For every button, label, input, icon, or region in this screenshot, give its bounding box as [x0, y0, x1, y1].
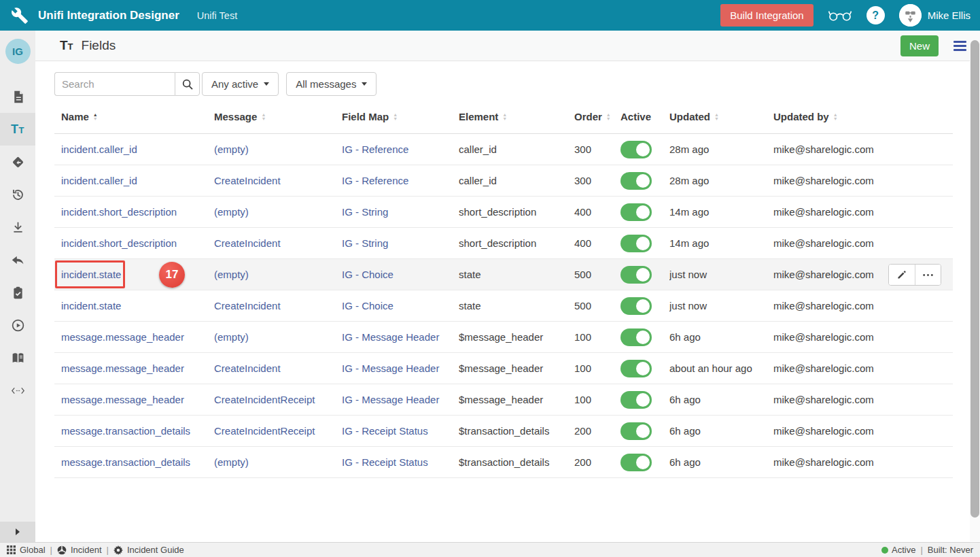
- message-link[interactable]: (empty): [214, 269, 249, 280]
- active-toggle[interactable]: [620, 422, 652, 440]
- message-link[interactable]: (empty): [214, 206, 249, 218]
- sidebar-item-documentation[interactable]: [0, 341, 35, 374]
- sort-carets-icon: ▲▼: [833, 113, 838, 121]
- sort-carets-icon: ▲▼: [502, 113, 507, 121]
- field-map-link[interactable]: IG - Message Header: [342, 331, 439, 343]
- field-name-link[interactable]: incident.short_description: [61, 237, 177, 249]
- sidebar-item-history[interactable]: [0, 178, 35, 211]
- field-map-link[interactable]: IG - Choice: [342, 300, 393, 311]
- sidebar-item-responses[interactable]: [0, 243, 35, 276]
- active-toggle[interactable]: [620, 391, 652, 409]
- field-map-link[interactable]: IG - Receipt Status: [342, 456, 428, 468]
- new-button[interactable]: New: [900, 35, 939, 56]
- column-header-element[interactable]: Element▲▼: [459, 111, 574, 122]
- more-actions-button[interactable]: [915, 265, 941, 285]
- user-menu[interactable]: Mike Ellis: [899, 4, 970, 27]
- list-menu-icon[interactable]: [953, 41, 966, 51]
- message-link[interactable]: CreateIncident: [214, 300, 281, 311]
- active-toggle[interactable]: [620, 297, 652, 315]
- preview-glasses-icon[interactable]: [828, 8, 852, 23]
- cell-message: CreateIncident: [214, 237, 342, 249]
- sidebar-item-fields[interactable]: Tt: [0, 113, 35, 146]
- message-link[interactable]: CreateIncident: [214, 175, 281, 186]
- active-toggle[interactable]: [620, 235, 652, 252]
- message-link[interactable]: CreateIncident: [214, 362, 281, 374]
- message-link[interactable]: CreateIncidentReceipt: [214, 425, 315, 437]
- field-map-link[interactable]: IG - String: [342, 206, 388, 218]
- cell-updated-by: mike@sharelogic.com: [773, 300, 953, 311]
- sidebar-item-scripts[interactable]: [0, 374, 35, 407]
- column-label: Active: [620, 111, 651, 122]
- field-name-link[interactable]: message.message_header: [61, 394, 184, 405]
- column-header-order[interactable]: Order▲▼: [574, 111, 620, 122]
- column-header-name[interactable]: Name▲▼: [54, 111, 214, 122]
- field-name-link[interactable]: message.transaction_details: [61, 456, 190, 468]
- column-header-updated-by[interactable]: Updated by▲▼: [773, 111, 953, 122]
- cell-updated: 28m ago: [669, 175, 773, 186]
- field-name-link[interactable]: incident.caller_id: [61, 144, 137, 155]
- table-row: message.message_header (empty) IG - Mess…: [54, 322, 953, 353]
- search-input[interactable]: [54, 72, 175, 96]
- user-avatar[interactable]: [899, 4, 922, 27]
- application-indicator[interactable]: Incident: [57, 545, 102, 555]
- sidebar-item-field-maps[interactable]: [0, 146, 35, 178]
- sidebar-item-messages[interactable]: [0, 80, 35, 113]
- cell-field-map: IG - Reference: [342, 144, 459, 155]
- field-name-link[interactable]: incident.state: [61, 269, 121, 280]
- cell-name: message.transaction_details: [54, 425, 214, 437]
- cell-updated: 6h ago: [669, 331, 773, 343]
- field-map-link[interactable]: IG - Message Header: [342, 362, 439, 374]
- sidebar-item-import[interactable]: [0, 211, 35, 243]
- message-link[interactable]: (empty): [214, 456, 249, 468]
- field-map-link[interactable]: IG - String: [342, 237, 388, 249]
- sidebar-item-tasks[interactable]: [0, 276, 35, 309]
- message-link[interactable]: CreateIncident: [214, 237, 281, 249]
- integration-indicator[interactable]: Incident Guide: [113, 545, 184, 555]
- active-toggle[interactable]: [620, 203, 652, 221]
- edit-row-button[interactable]: [889, 265, 915, 285]
- field-map-link[interactable]: IG - Choice: [342, 269, 393, 280]
- search-button[interactable]: [175, 72, 200, 96]
- field-map-link[interactable]: IG - Message Header: [342, 394, 439, 405]
- active-toggle[interactable]: [620, 266, 652, 284]
- help-icon[interactable]: ?: [867, 6, 885, 24]
- toggle-knob: [636, 393, 650, 407]
- vertical-scrollbar[interactable]: [970, 31, 980, 541]
- field-name-link[interactable]: message.message_header: [61, 331, 184, 343]
- scope-indicator[interactable]: Global: [7, 545, 46, 555]
- column-header-message[interactable]: Message▲▼: [214, 111, 342, 122]
- cell-message: CreateIncident: [214, 362, 342, 374]
- user-name: Mike Ellis: [928, 10, 970, 21]
- field-name-link[interactable]: message.transaction_details: [61, 425, 190, 437]
- field-name-link[interactable]: message.message_header: [61, 362, 184, 374]
- cell-order: 200: [574, 456, 620, 468]
- scrollbar-thumb[interactable]: [970, 40, 979, 518]
- active-filter-dropdown[interactable]: Any active: [202, 72, 279, 96]
- message-link[interactable]: (empty): [214, 331, 249, 343]
- field-name-link[interactable]: incident.short_description: [61, 206, 177, 218]
- message-filter-dropdown[interactable]: All messages: [286, 72, 377, 96]
- table-header-row: Name▲▼Message▲▼Field Map▲▼Element▲▼Order…: [54, 100, 953, 134]
- field-map-link[interactable]: IG - Reference: [342, 144, 408, 155]
- field-name-link[interactable]: incident.state: [61, 300, 121, 311]
- sidebar-collapse-button[interactable]: [0, 522, 35, 542]
- column-header-updated[interactable]: Updated▲▼: [669, 111, 773, 122]
- field-name-link[interactable]: incident.caller_id: [61, 175, 137, 186]
- environment-name[interactable]: Unifi Test: [197, 10, 237, 21]
- build-integration-button[interactable]: Build Integration: [720, 4, 813, 27]
- active-toggle[interactable]: [620, 172, 652, 190]
- field-map-link[interactable]: IG - Reference: [342, 175, 408, 186]
- message-link[interactable]: (empty): [214, 144, 249, 155]
- toggle-knob: [636, 456, 650, 469]
- column-header-field-map[interactable]: Field Map▲▼: [342, 111, 459, 122]
- sidebar-item-run[interactable]: [0, 309, 35, 341]
- table-row: incident.state CreateIncident IG - Choic…: [54, 290, 953, 322]
- active-toggle[interactable]: [620, 454, 652, 471]
- table-row: message.message_header CreateIncident IG…: [54, 353, 953, 384]
- field-map-link[interactable]: IG - Receipt Status: [342, 425, 428, 437]
- active-toggle[interactable]: [620, 141, 652, 158]
- integration-avatar[interactable]: IG: [5, 39, 31, 64]
- active-toggle[interactable]: [620, 360, 652, 377]
- message-link[interactable]: CreateIncidentReceipt: [214, 394, 315, 405]
- active-toggle[interactable]: [620, 328, 652, 346]
